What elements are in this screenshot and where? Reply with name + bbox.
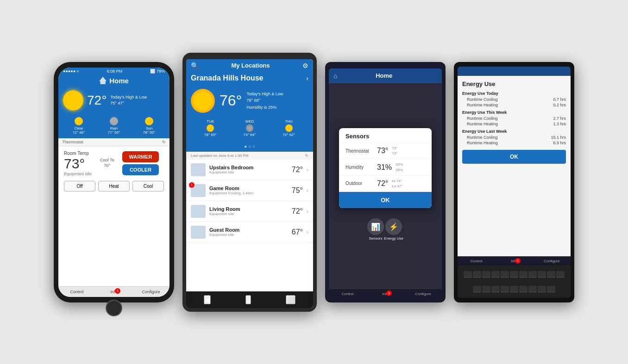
cooler-button[interactable]: COOLER (122, 164, 158, 175)
sensors-ok-button[interactable]: OK (339, 192, 432, 208)
key-8[interactable] (528, 271, 537, 278)
phone1-title: Home (109, 77, 129, 85)
mode-cool-button[interactable]: Cool (132, 181, 164, 191)
key-10[interactable] (547, 271, 555, 278)
last-cooling-label: Runtime Cooling (467, 135, 498, 140)
room-temp-val: 73° (64, 156, 92, 172)
key-2[interactable] (473, 271, 481, 278)
phones-container: ●●●●● ≈ 6:08 PM ⬜ 78% Home 72° Today's H… (44, 34, 584, 330)
room-temp-label: Room Temp (64, 151, 92, 156)
room-temp-block: Room Temp 73° Equipment Idle (64, 151, 92, 176)
phone1-weather: 72° Today's High & Low 75° 47° (58, 87, 170, 114)
gear-icon[interactable]: ⚙ (302, 62, 308, 69)
p4-info-badge: 1 (515, 258, 521, 264)
phone1-main: Room Temp 73° Equipment Idle Cool To 70°… (58, 146, 170, 286)
nav-control[interactable]: Control (58, 287, 95, 297)
phone3-fire: ⌂ Home Sensors Thermostat (325, 62, 446, 302)
phone2-nav: ◀ ⌂ ⬜ (186, 291, 313, 308)
key-1[interactable] (464, 271, 472, 278)
room-upstairs[interactable]: Upstairs Bedroom Equipment Idle 72° › (186, 160, 313, 180)
room-thumb-3 (191, 205, 206, 218)
week-heating-val: 1.3 hrs (553, 122, 566, 126)
key-4[interactable] (491, 271, 500, 278)
sensor-hilo-1: 73° 73° (392, 146, 397, 156)
key-9[interactable] (538, 271, 546, 278)
phone1-header: Home (58, 75, 170, 87)
week-cooling-val: 2.7 hrs (553, 116, 566, 121)
weather-temp: 72° (87, 93, 107, 108)
nav-info[interactable]: Info 1 (95, 287, 132, 297)
p4-nav-info[interactable]: Info 1 (495, 257, 533, 265)
today-heating-row: Runtime Heating 0.2 hrs (462, 103, 566, 107)
sun2-icon (191, 89, 215, 113)
mode-heat-button[interactable]: Heat (98, 181, 130, 191)
p3-nav-control[interactable]: Control (329, 289, 366, 299)
last-heating-row: Runtime Heating 6.9 hrs (462, 141, 566, 145)
room-temp-1: 72° (292, 166, 303, 174)
room-status-4: Equipment Idle (209, 233, 288, 237)
key-13[interactable] (482, 286, 490, 292)
key-20[interactable] (547, 286, 555, 292)
key-6[interactable] (510, 271, 518, 278)
key-14[interactable] (491, 286, 500, 292)
room-status-1: Equipment Idle (209, 170, 288, 174)
nav-configure[interactable]: Configure (132, 287, 170, 297)
key-19[interactable] (538, 286, 546, 292)
energy-ok-button[interactable]: OK (462, 150, 566, 164)
room-info-2: Game Room Equipment Cooling. 1 Alert. (209, 185, 288, 195)
key-12[interactable] (473, 286, 481, 292)
p2-temp: 76° (220, 92, 242, 109)
forecast-wed: WED 74° 64° (244, 119, 256, 137)
nav-home-button[interactable]: ⌂ (245, 295, 251, 304)
room-info-4: Guest Room Equipment Idle (209, 227, 288, 237)
section-week: Energy Use This Week (462, 110, 566, 115)
home-icon (99, 77, 107, 84)
key-5[interactable] (501, 271, 509, 278)
key-16[interactable] (510, 286, 518, 292)
phone1-time: 6:08 PM (107, 69, 123, 74)
forecast-day-1: Clear 72° 48° (73, 116, 85, 135)
p3-nav-configure[interactable]: Configure (404, 289, 442, 299)
key-17[interactable] (519, 286, 528, 292)
room-thumb-4 (191, 226, 206, 239)
today-heating-val: 0.2 hrs (553, 103, 566, 107)
room-gameroom[interactable]: 1 Game Room Equipment Cooling. 1 Alert. … (186, 180, 313, 201)
search-icon[interactable]: 🔍 (191, 62, 199, 69)
room-living[interactable]: Living Room Equipment Idle 72° › (186, 201, 313, 222)
p4-nav-configure[interactable]: Configure (533, 257, 571, 265)
sensor-outdoor: Outdoor 72° Hi 74° Lo 47° (339, 176, 432, 192)
room-chevron-2: › (307, 187, 308, 194)
sensor-hilo-3: Hi 74° Lo 47° (392, 179, 402, 189)
room-name-3: Living Room (209, 206, 288, 212)
phone2-rooms: Upstairs Bedroom Equipment Idle 72° › 1 … (186, 160, 313, 291)
forecast-sun-wed (246, 124, 253, 132)
room-temp-3: 72° (292, 207, 303, 216)
forecast-sun-3 (145, 117, 153, 125)
carousel-dots: ● ○ ○ (244, 144, 255, 149)
key-7[interactable] (519, 271, 528, 278)
key-15[interactable] (501, 286, 509, 292)
sensor-humidity: Humidity 31% 33% 28% (339, 159, 432, 175)
refresh-icon[interactable]: ↻ (162, 140, 166, 144)
cool-to-label: Cool To (100, 158, 114, 163)
key-11[interactable] (556, 271, 565, 278)
forecast-sun-2 (110, 117, 118, 125)
phone4-keyboard (458, 265, 571, 298)
key-18[interactable] (528, 286, 537, 292)
p4-nav-control[interactable]: Control (458, 257, 495, 265)
phone1-home-button[interactable] (106, 300, 122, 316)
p3-nav-info[interactable]: Info 1 (366, 289, 404, 299)
mode-off-button[interactable]: Off (64, 181, 95, 191)
forecast-tue: TUE 78° 65° (204, 119, 216, 137)
room-chevron-1: › (307, 167, 308, 173)
room-guest[interactable]: Guest Room Equipment Idle 67° › (186, 222, 313, 243)
key-3[interactable] (482, 271, 490, 278)
warmer-button[interactable]: WARMER (122, 151, 158, 162)
nav-recent-button[interactable]: ⬜ (286, 295, 295, 304)
nav-back-button[interactable]: ◀ (204, 295, 211, 304)
refresh-icon2[interactable]: ↻ (305, 154, 308, 158)
last-cooling-val: 15.1 hrs (551, 135, 566, 140)
p2-weather-info: Today's High & Low 78° 68° Humidity is 2… (246, 91, 283, 111)
phone2-location-row[interactable]: Granada Hills House › (186, 72, 313, 86)
room-info-1: Upstairs Bedroom Equipment Idle (209, 165, 288, 174)
